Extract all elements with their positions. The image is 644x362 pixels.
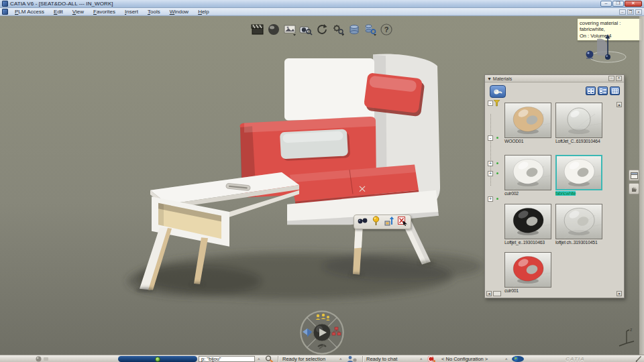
- menu-insert[interactable]: Insert: [120, 9, 143, 15]
- material-item-loftjet-ch[interactable]: loftjet ch..3193010451: [555, 204, 602, 245]
- globe-icon[interactable]: [511, 355, 526, 362]
- title-bar: CATIA V6 - [SEAT&DO-ALL --- IN_WORK] – ❐…: [0, 0, 644, 8]
- view-grid-button[interactable]: [610, 86, 620, 95]
- doc-close-button[interactable]: ×: [635, 9, 642, 15]
- scroll-up-button[interactable]: ▲: [616, 102, 622, 107]
- tooltip-line1: covering material : fabricwhite,: [580, 20, 639, 33]
- right-edge-toolbar: [629, 170, 639, 194]
- compass-orb-icon: [155, 357, 160, 362]
- material-item-wood01[interactable]: WOOD01: [504, 103, 551, 143]
- menu-edit[interactable]: Edit: [49, 9, 68, 15]
- backrest-gray-pad[interactable]: [280, 129, 350, 161]
- swym-icon[interactable]: [426, 355, 438, 362]
- menu-plm-access[interactable]: PLM Access: [10, 9, 49, 15]
- material-label-selected: fabricwhite: [555, 191, 576, 196]
- materials-panel: ▼ Materials – ×: [484, 74, 625, 298]
- image-preview-icon[interactable]: [282, 22, 297, 36]
- chat-expand-caret[interactable]: ˄: [339, 355, 342, 362]
- status-left-sphere-icon: [36, 355, 49, 362]
- material-label: LoftJet_C..6193010464: [555, 139, 600, 143]
- view-glasses-icon[interactable]: [357, 216, 368, 228]
- headrest-pad[interactable]: [363, 72, 425, 117]
- svg-text:?: ?: [384, 25, 388, 34]
- experience-compass[interactable]: [299, 310, 345, 355]
- chat-person-icon[interactable]: [345, 355, 359, 362]
- materials-panel-title: ▼ Materials: [487, 76, 512, 81]
- pan-hand-icon[interactable]: [629, 183, 639, 194]
- search-compass-pill[interactable]: [118, 356, 197, 362]
- camera-capture-icon[interactable]: [298, 22, 313, 36]
- close-button[interactable]: ✕: [625, 1, 642, 7]
- window-title: CATIA V6 - [SEAT&DO-ALL --- IN_WORK]: [10, 1, 113, 7]
- status-separator: [278, 356, 278, 362]
- video-tools-icon[interactable]: [250, 22, 265, 36]
- material-label: Loftjet_e..193010463: [504, 240, 545, 245]
- view-large-icons-button[interactable]: [586, 86, 596, 95]
- database-icon[interactable]: [346, 22, 362, 36]
- config-expand-caret[interactable]: ˄: [420, 355, 423, 362]
- pencil-icon: [635, 355, 643, 362]
- minimize-button[interactable]: –: [600, 1, 612, 7]
- pushpin-icon[interactable]: [371, 216, 381, 229]
- material-label: cuir001: [504, 288, 519, 293]
- material-label: loftjet ch..3193010451: [555, 240, 598, 245]
- database-settings-icon[interactable]: [362, 22, 378, 36]
- scroll-left-button[interactable]: ◄: [486, 291, 492, 296]
- remove-material-icon[interactable]: [397, 216, 408, 229]
- status-bar: p: "bijou" ˄ Ready for selection ˄ Ready…: [0, 355, 644, 362]
- render-settings-icon[interactable]: [330, 22, 345, 36]
- material-label: cuir002: [504, 191, 519, 196]
- view-robot[interactable]: [581, 34, 641, 68]
- render-toolbar: ?: [250, 22, 394, 36]
- material-item-loftjet-e[interactable]: Loftjet_e..193010463: [504, 204, 551, 245]
- menu-help[interactable]: Help: [193, 9, 213, 15]
- menu-favorites[interactable]: Favorites: [89, 9, 120, 15]
- catia-brand-logo: CATIA: [566, 355, 585, 362]
- context-action-toolbar: [354, 215, 411, 229]
- help-icon[interactable]: ?: [378, 22, 394, 36]
- materials-grid: WOOD01 LoftJet_C..6193010464: [485, 100, 624, 290]
- scroll-down-button[interactable]: ▼: [616, 291, 622, 296]
- app-logo-icon: [2, 1, 8, 7]
- compartment-left-shadow: [158, 203, 164, 226]
- doc-restore-button[interactable]: ❐: [627, 9, 634, 15]
- window-layout-icon[interactable]: [629, 170, 639, 181]
- document-icon: [2, 9, 8, 15]
- svg-text:z: z: [630, 327, 633, 332]
- panel-close-button[interactable]: ×: [616, 76, 622, 81]
- material-item-fabricwhite[interactable]: fabricwhite: [555, 155, 602, 196]
- globe-expand-caret[interactable]: ˄: [505, 355, 508, 362]
- search-magnifier-icon[interactable]: [264, 355, 275, 362]
- menu-window[interactable]: Window: [165, 9, 193, 15]
- render-refresh-icon[interactable]: [314, 22, 329, 36]
- 3d-viewport[interactable]: ? covering material : fabricwhite, On : …: [0, 16, 644, 355]
- panel-minimize-button[interactable]: –: [608, 76, 614, 81]
- materials-toolbar: [485, 82, 624, 100]
- menu-view[interactable]: View: [68, 9, 89, 15]
- selection-status: Ready for selection: [282, 355, 325, 362]
- window-frame-strip: [639, 16, 644, 355]
- export-material-icon[interactable]: [384, 216, 394, 229]
- material-label: WOOD01: [504, 139, 523, 143]
- material-item-cuir002[interactable]: cuir002: [504, 155, 551, 196]
- maximize-button[interactable]: ❐: [612, 1, 624, 7]
- material-item-cuir001[interactable]: cuir001: [504, 252, 551, 293]
- search-expand-caret[interactable]: ˄: [258, 355, 260, 362]
- doc-minimize-button[interactable]: –: [619, 9, 626, 15]
- material-sphere-icon[interactable]: [266, 22, 281, 36]
- configuration-status: < No Configuration >: [441, 355, 488, 362]
- status-separator: [362, 356, 363, 362]
- horizontal-scroll-thumb[interactable]: [493, 291, 501, 296]
- view-list-button[interactable]: [598, 86, 608, 95]
- material-item-loftjet-c[interactable]: LoftJet_C..6193010464: [555, 103, 602, 143]
- menu-tools[interactable]: Tools: [143, 9, 165, 15]
- panel-highlight: [284, 58, 374, 121]
- apply-material-button[interactable]: [490, 85, 506, 98]
- axis-triad: z: [616, 326, 641, 347]
- chat-status: Ready to chat: [366, 355, 397, 362]
- catia-window: CATIA V6 - [SEAT&DO-ALL --- IN_WORK] – ❐…: [0, 0, 644, 362]
- search-input[interactable]: p: "bijou": [199, 356, 255, 362]
- menu-bar: PLM Access Edit View Favorites Insert To…: [0, 8, 644, 16]
- materials-panel-header[interactable]: ▼ Materials – ×: [485, 75, 624, 82]
